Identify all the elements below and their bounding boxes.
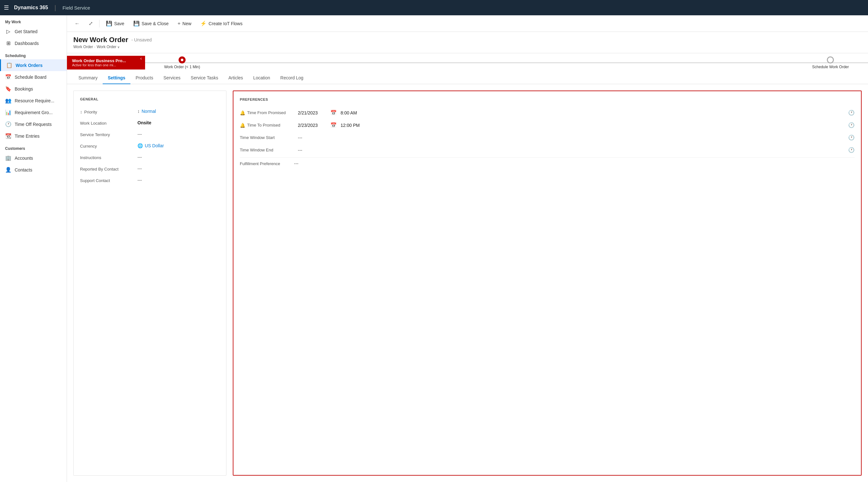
time-from-promised-label: 🔔 Time From Promised (240, 110, 294, 116)
popout-button[interactable]: ⤢ (85, 19, 97, 28)
sidebar-item-get-started[interactable]: ▷ Get Started (0, 26, 67, 37)
time-to-promised-date[interactable]: 2/23/2023 (298, 123, 327, 128)
breadcrumb-current[interactable]: Work Order ∨ (97, 44, 120, 49)
sidebar-item-label: Schedule Board (15, 74, 46, 80)
page-header: New Work Order - Unsaved Work Order · Wo… (67, 32, 868, 49)
tabs-bar: Summary Settings Products Services Servi… (67, 72, 868, 84)
iot-flows-button[interactable]: ⚡ Create IoT Flows (196, 19, 246, 28)
sidebar-item-label: Resource Require... (15, 98, 55, 103)
schedule-board-icon: 📅 (5, 74, 11, 80)
sidebar-item-contacts[interactable]: 👤 Contacts (0, 164, 67, 175)
tab-service-tasks[interactable]: Service Tasks (186, 72, 223, 84)
process-node-2[interactable]: Schedule Work Order (812, 57, 849, 69)
work-orders-icon: 📋 (6, 62, 12, 68)
sidebar-item-label: Dashboards (15, 41, 39, 46)
section-scheduling: Scheduling (0, 49, 67, 59)
field-time-from-promised: 🔔 Time From Promised 2/21/2023 📅 8:00 AM… (240, 106, 855, 119)
sidebar-item-requirement-groups[interactable]: 📊 Requirement Gro... (0, 106, 67, 118)
process-node-2-label: Schedule Work Order (812, 65, 849, 69)
back-button[interactable]: ← (71, 19, 84, 28)
time-to-icon: 🔔 (240, 123, 245, 128)
sidebar-item-accounts[interactable]: 🏢 Accounts (0, 152, 67, 164)
sidebar-item-resource-requirements[interactable]: 👥 Resource Require... (0, 95, 67, 106)
time-from-calendar-icon[interactable]: 📅 (330, 110, 337, 116)
sidebar-item-label: Contacts (15, 167, 32, 172)
sidebar-item-dashboards[interactable]: ⊞ Dashboards (0, 37, 67, 49)
field-reported-by-contact: Reported By Contact --- (80, 164, 220, 175)
general-section: GENERAL ↕ Priority ↕ Normal Work Locatio… (73, 91, 226, 476)
process-collapse-button[interactable]: ‹ (137, 56, 145, 61)
save-label: Save (114, 21, 124, 26)
field-time-to-promised: 🔔 Time To Promised 2/23/2023 📅 12:00 PM … (240, 119, 855, 131)
sidebar-item-label: Get Started (15, 29, 38, 34)
new-icon: + (178, 21, 181, 27)
popout-icon: ⤢ (89, 21, 93, 27)
fulfillment-preference-value: --- (294, 161, 855, 166)
priority-label: ↕ Priority (80, 109, 137, 115)
tab-products[interactable]: Products (130, 72, 158, 84)
hamburger-icon[interactable]: ☰ (4, 4, 9, 11)
time-from-promised-time: 8:00 AM (341, 110, 844, 116)
breadcrumb-chevron-icon: ∨ (117, 45, 120, 49)
save-button[interactable]: 💾 Save (102, 19, 128, 28)
priority-icon-arrow: ↕ (137, 109, 140, 114)
time-window-end-clock-icon[interactable]: 🕐 (848, 147, 855, 153)
save-icon: 💾 (106, 21, 112, 27)
process-node-1[interactable]: Work Order (< 1 Min) (164, 57, 200, 69)
currency-icon: 🌐 (137, 143, 143, 148)
save-close-button[interactable]: 💾 Save & Close (129, 19, 173, 28)
accounts-icon: 🏢 (5, 155, 11, 161)
command-bar: ← ⤢ 💾 Save 💾 Save & Close + New ⚡ Create… (67, 15, 868, 32)
field-priority: ↕ Priority ↕ Normal (80, 106, 220, 118)
new-button[interactable]: + New (174, 19, 195, 28)
process-active-step[interactable]: Work Order Business Pro... Active for le… (67, 56, 145, 69)
section-my-work: My Work (0, 15, 67, 26)
process-node-1-circle (179, 57, 186, 63)
requirement-gro-icon: 📊 (5, 109, 11, 116)
support-contact-value: --- (137, 178, 220, 183)
top-nav: ☰ Dynamics 365 | Field Service (0, 0, 868, 15)
field-work-location: Work Location Onsite (80, 118, 220, 129)
breadcrumb-separator: · (94, 44, 95, 49)
time-window-start-label: Time Window Start (240, 135, 294, 140)
field-time-window-end: Time Window End --- 🕐 (240, 144, 855, 156)
tab-record-log[interactable]: Record Log (275, 72, 308, 84)
time-window-start-value: --- (298, 135, 844, 140)
nav-divider: | (55, 4, 56, 11)
content-area: ← ⤢ 💾 Save 💾 Save & Close + New ⚡ Create… (67, 15, 868, 482)
tab-articles[interactable]: Articles (223, 72, 248, 84)
process-step-title: Work Order Business Pro... (72, 58, 132, 63)
time-window-start-clock-icon[interactable]: 🕐 (848, 134, 855, 140)
save-close-icon: 💾 (133, 21, 140, 27)
process-track: Work Order (< 1 Min) Schedule Work Order (145, 53, 868, 72)
reported-by-label: Reported By Contact (80, 166, 137, 171)
time-entries-icon: 📆 (5, 133, 11, 139)
form-content: GENERAL ↕ Priority ↕ Normal Work Locatio… (67, 84, 868, 482)
time-from-promised-date[interactable]: 2/21/2023 (298, 110, 327, 116)
time-to-calendar-icon[interactable]: 📅 (330, 122, 337, 128)
sidebar-item-schedule-board[interactable]: 📅 Schedule Board (0, 71, 67, 83)
instructions-value: --- (137, 155, 220, 160)
tab-summary[interactable]: Summary (73, 72, 103, 84)
breadcrumb-link-1[interactable]: Work Order (73, 44, 93, 49)
page-title: New Work Order (73, 36, 128, 44)
sidebar-item-bookings[interactable]: 🔖 Bookings (0, 83, 67, 95)
priority-value[interactable]: ↕ Normal (137, 109, 220, 114)
tab-services[interactable]: Services (158, 72, 186, 84)
currency-label: Currency (80, 143, 137, 149)
currency-value[interactable]: 🌐 US Dollar (137, 143, 220, 148)
sidebar-item-time-entries[interactable]: 📆 Time Entries (0, 130, 67, 142)
time-from-clock-icon[interactable]: 🕐 (848, 110, 855, 116)
process-step-card: Work Order Business Pro... Active for le… (67, 56, 137, 69)
field-service-territory: Service Territory --- (80, 129, 220, 140)
tab-location[interactable]: Location (248, 72, 275, 84)
tab-settings[interactable]: Settings (103, 72, 130, 84)
time-to-promised-label: 🔔 Time To Promised (240, 123, 294, 128)
instructions-label: Instructions (80, 155, 137, 160)
process-step-subtitle: Active for less than one mi... (72, 63, 132, 67)
sidebar-item-work-orders[interactable]: 📋 Work Orders (0, 59, 67, 71)
dashboards-icon: ⊞ (5, 40, 11, 46)
time-to-clock-icon[interactable]: 🕐 (848, 122, 855, 128)
sidebar-item-time-off-requests[interactable]: 🕐 Time Off Requests (0, 118, 67, 130)
breadcrumb: Work Order · Work Order ∨ (73, 44, 862, 49)
